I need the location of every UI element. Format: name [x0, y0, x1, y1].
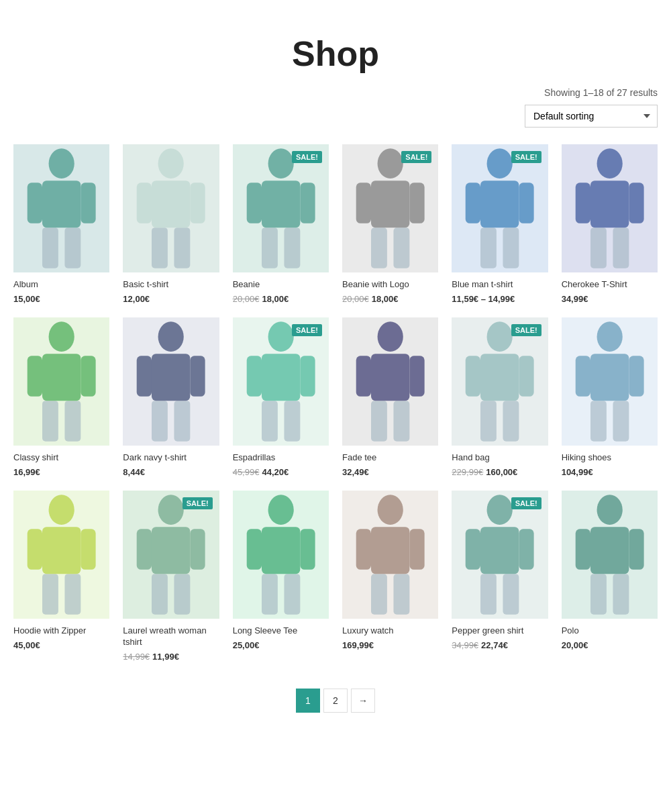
- svg-point-5: [49, 148, 74, 179]
- product-card[interactable]: Album15,00€: [13, 144, 109, 304]
- product-price: 104,99€: [562, 467, 658, 477]
- product-card[interactable]: SALE!Espadrillas45,99€44,20€: [233, 317, 329, 477]
- product-image-wrapper: [233, 491, 329, 619]
- product-card[interactable]: Hiking shoes104,99€: [562, 317, 658, 477]
- svg-rect-102: [590, 574, 607, 615]
- sale-price: 18,00€: [372, 294, 399, 304]
- svg-rect-103: [613, 574, 629, 615]
- svg-rect-62: [466, 356, 480, 397]
- svg-rect-10: [152, 181, 190, 227]
- product-image-wrapper: [13, 144, 109, 272]
- svg-rect-69: [629, 356, 643, 397]
- sorting-wrapper: Default sortingSort by popularitySort by…: [13, 105, 658, 128]
- svg-rect-33: [629, 183, 643, 223]
- product-card[interactable]: Polo20,00€: [562, 491, 658, 662]
- svg-rect-44: [137, 356, 152, 397]
- product-card[interactable]: SALE!Hand bag229,99€160,00€: [452, 317, 548, 477]
- svg-point-35: [597, 148, 622, 179]
- product-price: 8,44€: [123, 467, 219, 477]
- product-name: Pepper green shirt: [452, 625, 548, 637]
- svg-rect-70: [590, 354, 629, 401]
- svg-rect-78: [152, 574, 168, 615]
- svg-rect-58: [371, 354, 409, 401]
- svg-point-41: [49, 321, 74, 352]
- svg-rect-15: [300, 183, 315, 223]
- svg-rect-21: [409, 183, 424, 223]
- svg-rect-31: [613, 227, 629, 268]
- svg-point-29: [487, 148, 513, 179]
- product-card[interactable]: Luxury watch169,99€: [342, 491, 438, 662]
- product-name: Laurel wreath woman tshirt: [123, 625, 219, 648]
- svg-rect-42: [152, 401, 168, 442]
- page-btn-2[interactable]: 2: [323, 689, 348, 713]
- product-card[interactable]: SALE!Beanie with Logo20,00€18,00€: [342, 144, 438, 304]
- product-card[interactable]: SALE!Blue man t-shirt11,59€ – 14,99€: [452, 144, 548, 304]
- svg-point-65: [487, 321, 513, 352]
- svg-rect-57: [409, 356, 424, 397]
- product-card[interactable]: Classy shirt16,99€: [13, 317, 109, 477]
- product-image-wrapper: [13, 491, 109, 619]
- product-name: Beanie with Logo: [342, 279, 438, 291]
- page-btn-next[interactable]: →: [351, 689, 375, 713]
- page-btn-1[interactable]: 1: [296, 689, 320, 713]
- sale-badge: SALE!: [292, 151, 322, 163]
- product-name: Espadrillas: [233, 452, 329, 464]
- product-card[interactable]: SALE!Laurel wreath woman tshirt14,99€11,…: [123, 491, 219, 662]
- svg-rect-36: [42, 401, 58, 442]
- product-price: 11,59€ – 14,99€: [452, 294, 548, 304]
- svg-rect-88: [262, 527, 300, 574]
- product-image-wrapper: [562, 491, 658, 619]
- product-name: Classy shirt: [13, 452, 109, 464]
- product-card[interactable]: Dark navy t-shirt8,44€: [123, 317, 219, 477]
- svg-rect-98: [466, 529, 480, 570]
- product-card[interactable]: Hoodie with Zipper45,00€: [13, 491, 109, 662]
- svg-rect-46: [152, 354, 190, 401]
- svg-rect-63: [519, 356, 534, 397]
- product-card[interactable]: SALE!Pepper green shirt34,99€22,74€: [452, 491, 548, 662]
- svg-rect-32: [575, 183, 590, 223]
- product-card[interactable]: Long Sleeve Tee25,00€: [233, 491, 329, 662]
- product-card[interactable]: Basic t-shirt12,00€: [123, 144, 219, 304]
- sale-price: 44,20€: [262, 467, 289, 477]
- svg-rect-52: [262, 354, 300, 401]
- results-count: Showing 1–18 of 27 results: [544, 87, 658, 98]
- product-image-wrapper: [562, 317, 658, 446]
- svg-rect-12: [262, 227, 278, 268]
- product-image-wrapper: [13, 317, 109, 446]
- product-price: 25,00€: [233, 640, 329, 650]
- svg-rect-72: [42, 574, 58, 615]
- svg-rect-105: [629, 529, 643, 570]
- svg-rect-104: [575, 529, 590, 570]
- svg-rect-30: [590, 227, 607, 268]
- product-name: Beanie: [233, 279, 329, 291]
- product-image-wrapper: SALE!: [452, 491, 548, 619]
- product-card[interactable]: Fade tee32,49€: [342, 317, 438, 477]
- original-price: 20,00€: [233, 294, 260, 304]
- product-name: Long Sleeve Tee: [233, 625, 329, 637]
- svg-point-89: [268, 495, 293, 525]
- svg-rect-37: [64, 401, 81, 442]
- svg-rect-13: [284, 227, 300, 268]
- product-card[interactable]: Cherokee T-Shirt34,99€: [562, 144, 658, 304]
- sorting-select[interactable]: Default sortingSort by popularitySort by…: [525, 105, 658, 128]
- products-grid: Album15,00€Basic t-shirt12,00€SALE!Beani…: [13, 144, 658, 662]
- product-card[interactable]: SALE!Beanie20,00€18,00€: [233, 144, 329, 304]
- svg-rect-66: [590, 401, 607, 442]
- svg-rect-45: [191, 356, 205, 397]
- svg-point-83: [158, 495, 184, 525]
- product-price: 34,99€22,74€: [452, 640, 548, 650]
- product-name: Hand bag: [452, 452, 548, 464]
- product-price: 229,99€160,00€: [452, 467, 548, 477]
- product-price: 20,00€: [562, 640, 658, 650]
- svg-rect-82: [152, 527, 190, 574]
- product-name: Polo: [562, 625, 658, 637]
- product-image-wrapper: SALE!: [342, 144, 438, 272]
- svg-rect-81: [191, 529, 205, 570]
- sale-price: 11,99€: [152, 652, 179, 662]
- sale-badge: SALE!: [183, 497, 213, 509]
- svg-rect-8: [137, 183, 152, 223]
- svg-rect-20: [356, 183, 371, 223]
- sale-price: 160,00€: [486, 467, 517, 477]
- svg-rect-67: [613, 401, 629, 442]
- product-price: 12,00€: [123, 294, 219, 304]
